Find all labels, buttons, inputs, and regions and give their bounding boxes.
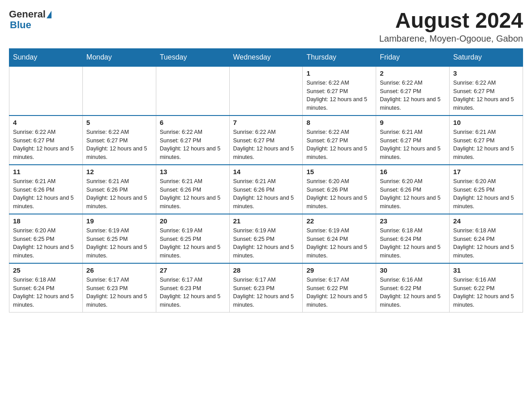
day-number: 2: [380, 69, 446, 77]
day-number: 18: [13, 217, 79, 225]
day-number: 13: [160, 168, 226, 176]
day-info-text: Sunset: 6:26 PM: [380, 186, 446, 194]
days-of-week-row: SundayMondayTuesdayWednesdayThursdayFrid…: [9, 48, 523, 66]
calendar-day-7: 7Sunrise: 6:22 AMSunset: 6:27 PMDaylight…: [229, 116, 303, 165]
day-info-text: Sunrise: 6:22 AM: [306, 128, 372, 137]
day-info-text: Daylight: 12 hours and 5 minutes.: [380, 95, 446, 112]
day-info-text: Sunrise: 6:20 AM: [306, 177, 372, 186]
day-number: 29: [306, 266, 372, 274]
logo: General Blue: [9, 9, 51, 30]
day-number: 28: [233, 266, 299, 274]
day-number: 30: [380, 266, 446, 274]
day-info-text: Sunset: 6:26 PM: [13, 186, 79, 194]
day-info-text: Sunrise: 6:17 AM: [160, 276, 226, 284]
day-info-text: Sunset: 6:25 PM: [453, 186, 519, 194]
calendar-day-5: 5Sunrise: 6:22 AMSunset: 6:27 PMDaylight…: [82, 116, 156, 165]
day-header-saturday: Saturday: [450, 48, 523, 66]
day-info-text: Sunrise: 6:21 AM: [453, 128, 519, 137]
empty-cell: [9, 66, 83, 116]
calendar-header: SundayMondayTuesdayWednesdayThursdayFrid…: [9, 48, 523, 66]
calendar-day-10: 10Sunrise: 6:21 AMSunset: 6:27 PMDayligh…: [450, 116, 523, 165]
day-number: 26: [86, 266, 152, 274]
calendar-day-16: 16Sunrise: 6:20 AMSunset: 6:26 PMDayligh…: [376, 165, 450, 214]
day-info-text: Sunrise: 6:19 AM: [160, 227, 226, 235]
calendar-day-20: 20Sunrise: 6:19 AMSunset: 6:25 PMDayligh…: [156, 214, 229, 263]
day-info-text: Sunrise: 6:17 AM: [233, 276, 299, 284]
day-info-text: Sunset: 6:27 PM: [160, 137, 226, 145]
calendar-day-4: 4Sunrise: 6:22 AMSunset: 6:27 PMDaylight…: [9, 116, 83, 165]
day-info-text: Sunrise: 6:20 AM: [13, 227, 79, 235]
day-info-text: Sunrise: 6:21 AM: [86, 177, 152, 186]
day-info-text: Daylight: 12 hours and 5 minutes.: [380, 145, 446, 162]
calendar-day-30: 30Sunrise: 6:16 AMSunset: 6:22 PMDayligh…: [376, 263, 450, 313]
day-info-text: Sunset: 6:27 PM: [380, 137, 446, 145]
day-info-text: Sunrise: 6:16 AM: [380, 276, 446, 284]
day-info-text: Sunset: 6:26 PM: [160, 186, 226, 194]
day-info-text: Sunrise: 6:17 AM: [306, 276, 372, 284]
calendar-day-11: 11Sunrise: 6:21 AMSunset: 6:26 PMDayligh…: [9, 165, 83, 214]
calendar-day-28: 28Sunrise: 6:17 AMSunset: 6:23 PMDayligh…: [229, 263, 303, 313]
day-info-text: Daylight: 12 hours and 5 minutes.: [380, 194, 446, 211]
day-info-text: Daylight: 12 hours and 5 minutes.: [306, 95, 372, 112]
day-info-text: Sunrise: 6:22 AM: [233, 128, 299, 137]
calendar-day-1: 1Sunrise: 6:22 AMSunset: 6:27 PMDaylight…: [303, 66, 376, 116]
calendar-week-3: 11Sunrise: 6:21 AMSunset: 6:26 PMDayligh…: [9, 165, 523, 214]
day-number: 7: [233, 119, 299, 126]
calendar-day-13: 13Sunrise: 6:21 AMSunset: 6:26 PMDayligh…: [156, 165, 229, 214]
day-info-text: Sunrise: 6:19 AM: [86, 227, 152, 235]
day-info-text: Sunset: 6:27 PM: [306, 87, 372, 96]
day-number: 17: [453, 168, 519, 176]
calendar-day-25: 25Sunrise: 6:18 AMSunset: 6:24 PMDayligh…: [9, 263, 83, 313]
day-header-tuesday: Tuesday: [156, 48, 229, 66]
day-info-text: Sunrise: 6:21 AM: [160, 177, 226, 186]
day-info-text: Sunset: 6:25 PM: [233, 235, 299, 244]
day-info-text: Daylight: 12 hours and 5 minutes.: [453, 243, 519, 260]
day-info-text: Sunset: 6:22 PM: [453, 284, 519, 293]
day-number: 27: [160, 266, 226, 274]
day-info-text: Sunset: 6:22 PM: [380, 284, 446, 293]
calendar-day-24: 24Sunrise: 6:18 AMSunset: 6:24 PMDayligh…: [450, 214, 523, 263]
day-info-text: Sunset: 6:23 PM: [233, 284, 299, 293]
logo-general-text: General: [9, 9, 46, 20]
day-info-text: Daylight: 12 hours and 5 minutes.: [86, 145, 152, 162]
day-info-text: Sunrise: 6:22 AM: [13, 128, 79, 137]
day-number: 12: [86, 168, 152, 176]
calendar-day-23: 23Sunrise: 6:18 AMSunset: 6:24 PMDayligh…: [376, 214, 450, 263]
day-info-text: Sunset: 6:27 PM: [86, 137, 152, 145]
day-info-text: Daylight: 12 hours and 5 minutes.: [453, 145, 519, 162]
day-info-text: Sunset: 6:25 PM: [86, 235, 152, 244]
calendar-day-29: 29Sunrise: 6:17 AMSunset: 6:22 PMDayligh…: [303, 263, 376, 313]
day-info-text: Daylight: 12 hours and 5 minutes.: [380, 292, 446, 309]
calendar-day-3: 3Sunrise: 6:22 AMSunset: 6:27 PMDaylight…: [450, 66, 523, 116]
day-info-text: Daylight: 12 hours and 5 minutes.: [233, 145, 299, 162]
day-info-text: Daylight: 12 hours and 5 minutes.: [306, 243, 372, 260]
day-header-sunday: Sunday: [9, 48, 83, 66]
day-number: 24: [453, 217, 519, 225]
calendar-day-27: 27Sunrise: 6:17 AMSunset: 6:23 PMDayligh…: [156, 263, 229, 313]
day-info-text: Sunrise: 6:20 AM: [380, 177, 446, 186]
day-number: 23: [380, 217, 446, 225]
day-info-text: Sunrise: 6:18 AM: [380, 227, 446, 235]
day-number: 22: [306, 217, 372, 225]
day-info-text: Sunset: 6:27 PM: [453, 137, 519, 145]
day-info-text: Sunset: 6:24 PM: [306, 235, 372, 244]
day-number: 3: [453, 69, 519, 77]
calendar-day-21: 21Sunrise: 6:19 AMSunset: 6:25 PMDayligh…: [229, 214, 303, 263]
day-info-text: Sunset: 6:22 PM: [306, 284, 372, 293]
day-number: 16: [380, 168, 446, 176]
calendar-day-26: 26Sunrise: 6:17 AMSunset: 6:23 PMDayligh…: [82, 263, 156, 313]
title-block: August 2024 Lambarene, Moyen-Ogooue, Gab…: [379, 9, 523, 44]
day-info-text: Sunset: 6:24 PM: [380, 235, 446, 244]
empty-cell: [229, 66, 303, 116]
day-info-text: Daylight: 12 hours and 5 minutes.: [86, 292, 152, 309]
calendar-day-12: 12Sunrise: 6:21 AMSunset: 6:26 PMDayligh…: [82, 165, 156, 214]
day-info-text: Sunrise: 6:19 AM: [233, 227, 299, 235]
calendar-day-6: 6Sunrise: 6:22 AMSunset: 6:27 PMDaylight…: [156, 116, 229, 165]
calendar-day-14: 14Sunrise: 6:21 AMSunset: 6:26 PMDayligh…: [229, 165, 303, 214]
logo-triangle-icon: [47, 11, 51, 18]
calendar-day-31: 31Sunrise: 6:16 AMSunset: 6:22 PMDayligh…: [450, 263, 523, 313]
calendar-day-2: 2Sunrise: 6:22 AMSunset: 6:27 PMDaylight…: [376, 66, 450, 116]
day-number: 10: [453, 119, 519, 126]
day-info-text: Daylight: 12 hours and 5 minutes.: [13, 145, 79, 162]
day-number: 19: [86, 217, 152, 225]
